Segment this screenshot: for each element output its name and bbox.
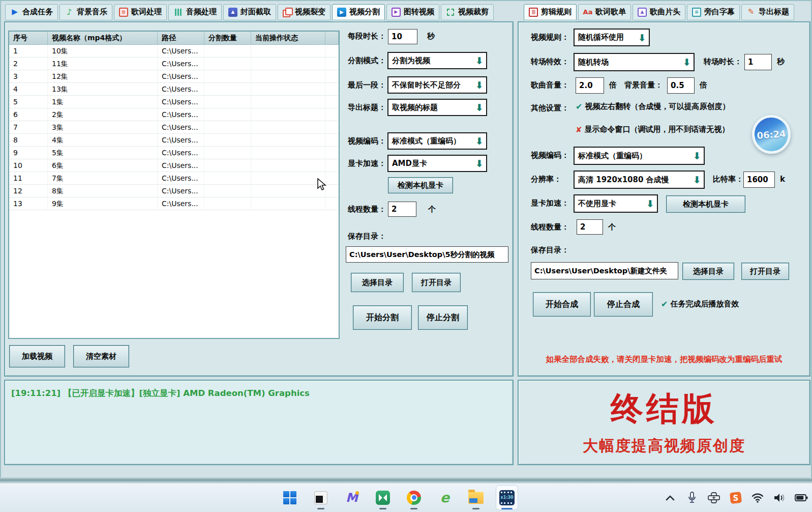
tray-chevron-up-icon[interactable] <box>663 489 678 506</box>
video-rule-dropdown[interactable]: 随机循环使用 <box>574 29 650 46</box>
table-row[interactable]: 95集C:\Users... <box>9 147 339 159</box>
merge-warning-text: 如果全部合成失败，请关闭显卡加速，把视频编码改为重编码后重试 <box>519 354 809 365</box>
tab-song-intro[interactable]: ▲歌曲片头 <box>633 4 685 20</box>
table-row[interactable]: 62集C:\Users... <box>9 108 339 121</box>
taskbar-app-video-tool[interactable]: x1:30 <box>496 485 518 510</box>
threads-input[interactable] <box>577 219 603 235</box>
gpu-dropdown[interactable]: AMD显卡 <box>387 155 487 172</box>
detect-gpu-button[interactable]: 检测本机显卡 <box>388 177 453 193</box>
tab-background-music[interactable]: ♪背景音乐 <box>59 4 112 20</box>
tab-label: 视频裂变 <box>295 7 325 17</box>
song-volume-input[interactable] <box>576 77 604 94</box>
table-row[interactable]: 110集C:\Users... <box>9 45 339 58</box>
save-dir-input[interactable] <box>531 262 678 279</box>
tray-remote-widget-icon[interactable] <box>706 489 721 506</box>
image-icon: ▲ <box>228 8 237 17</box>
tab-export-title[interactable]: ✎导出标题 <box>741 4 794 20</box>
detect-gpu-button[interactable]: 检测本机显卡 <box>666 195 745 213</box>
table-row[interactable]: 73集C:\Users... <box>9 121 339 134</box>
table-row[interactable]: 211集C:\Users... <box>9 58 339 70</box>
flip-option[interactable]: ✔视频左右翻转（合成慢，可以提高原创度） <box>576 102 730 111</box>
sound-option[interactable]: ✔任务完成后播放音效 <box>661 299 739 309</box>
export-title-dropdown[interactable]: 取视频的标题 <box>387 99 487 116</box>
taskbar-app-chrome[interactable] <box>403 485 425 510</box>
table-row[interactable]: 139集C:\Users... <box>9 197 339 210</box>
table-row[interactable]: 312集C:\Users... <box>9 70 339 83</box>
table-row[interactable]: 51集C:\Users... <box>9 96 339 108</box>
choose-dir-button[interactable]: 选择目录 <box>351 273 404 292</box>
encode-label: 视频编码： <box>348 136 386 146</box>
stop-merge-button[interactable]: 停止合成 <box>594 292 653 317</box>
resolution-dropdown[interactable]: 高清 1920x1080 合成慢 <box>574 170 705 189</box>
bg-volume-input[interactable] <box>667 77 695 94</box>
tab-compose-task[interactable]: ▶合成任务 <box>5 4 58 20</box>
save-dir-input[interactable] <box>346 246 508 263</box>
tray-battery-icon[interactable] <box>794 489 809 506</box>
tray-microphone-icon[interactable] <box>684 489 700 506</box>
merge-gpu-dropdown[interactable]: 不使用显卡 <box>574 194 658 213</box>
taskbar-app-explorer[interactable] <box>465 485 487 510</box>
table-row[interactable]: 413集C:\Users... <box>9 83 339 96</box>
tab-label: 合成任务 <box>22 7 53 17</box>
transition-time-unit: 秒 <box>777 57 785 67</box>
transition-time-input[interactable] <box>744 54 772 70</box>
tab-edit-rules[interactable]: |||剪辑规则 <box>524 4 577 20</box>
tab-label: 歌词歌单 <box>595 7 626 17</box>
tray-sogou-input-icon[interactable]: S <box>728 489 743 506</box>
start-split-button[interactable]: 开始分割 <box>353 305 412 330</box>
tab-video-fission[interactable]: 视频裂变 <box>278 4 330 20</box>
table-row[interactable]: 106集C:\Users... <box>9 159 339 172</box>
tab-video-split[interactable]: ▶视频分割 <box>332 4 385 20</box>
taskbar-app-snipping[interactable] <box>310 485 332 510</box>
col-index[interactable]: 序号 <box>9 32 48 44</box>
transition-dropdown[interactable]: 随机转场 <box>574 53 695 71</box>
check-icon: ✔ <box>576 102 582 111</box>
threads-input[interactable] <box>388 202 416 217</box>
tab-audio-processing[interactable]: 音频处理 <box>168 4 222 20</box>
merge-encode-dropdown[interactable]: 标准模式（重编码） <box>574 147 705 165</box>
col-path[interactable]: 路径 <box>158 32 204 44</box>
start-button[interactable] <box>279 485 301 510</box>
table-row[interactable]: 117集C:\Users... <box>9 172 339 185</box>
cmd-window-option[interactable]: ✘显示命令窗口（调试用，用不到话请无视） <box>576 125 730 134</box>
tab-cover-capture[interactable]: ▲封面截取 <box>223 4 276 20</box>
tray-wifi-icon[interactable] <box>750 489 765 506</box>
left-tab-bar: ▶合成任务 ♪背景音乐 ≡歌词处理 音频处理 ▲封面截取 视频裂变 ▶视频分割 … <box>5 4 494 20</box>
encode-dropdown[interactable]: 标准模式（重编码） <box>387 132 487 150</box>
load-videos-button[interactable]: 加载视频 <box>9 345 65 367</box>
open-dir-button[interactable]: 打开目录 <box>412 273 461 292</box>
play-icon: ▶ <box>10 8 19 17</box>
col-split-count[interactable]: 分割数量 <box>204 32 251 44</box>
tab-image-to-video[interactable]: ▶图转视频 <box>386 4 439 20</box>
windows-logo-icon <box>283 491 296 504</box>
col-status[interactable]: 当前操作状态 <box>251 32 325 44</box>
stop-split-button[interactable]: 停止分割 <box>418 305 468 330</box>
tab-lyrics-processing[interactable]: ≡歌词处理 <box>114 4 167 20</box>
last-segment-dropdown[interactable]: 不保留时长不足部分 <box>387 76 487 94</box>
clear-material-button[interactable]: 清空素材 <box>73 345 129 367</box>
choose-dir-button[interactable]: 选择目录 <box>682 263 734 280</box>
taskbar-app-xmind[interactable] <box>372 485 394 510</box>
tab-video-crop[interactable]: 视频裁剪 <box>441 4 494 20</box>
tab-label: 背景音乐 <box>77 7 107 17</box>
promo-subtitle: 大幅度提高视频原创度 <box>519 436 809 457</box>
table-row[interactable]: 84集C:\Users... <box>9 134 339 147</box>
col-name[interactable]: 视频名称（mp4格式） <box>48 32 158 44</box>
taskbar-app-media[interactable]: M <box>341 485 363 510</box>
svg-text:S: S <box>733 494 739 503</box>
open-dir-button[interactable]: 打开目录 <box>741 263 789 280</box>
start-merge-button[interactable]: 开始合成 <box>533 292 591 317</box>
bitrate-input[interactable] <box>743 172 775 188</box>
taskbar-app-browser[interactable]: e <box>434 485 456 510</box>
tray-volume-icon[interactable] <box>772 489 787 506</box>
dropdown-arrow-icon <box>680 56 694 68</box>
table-row[interactable]: 128集C:\Users... <box>9 185 339 197</box>
duration-input[interactable] <box>388 29 417 44</box>
split-mode-dropdown[interactable]: 分割为视频 <box>387 52 487 69</box>
aa-icon: Aa <box>583 8 592 17</box>
clock-widget[interactable]: 06:24 <box>750 113 792 155</box>
tab-lyrics-playlist[interactable]: Aa歌词歌单 <box>578 4 631 20</box>
gpu-label: 显卡加速： <box>348 159 386 168</box>
tab-narration-subtitle[interactable]: ≡旁白字幕 <box>687 4 740 20</box>
tab-label: 视频裁剪 <box>458 7 489 17</box>
